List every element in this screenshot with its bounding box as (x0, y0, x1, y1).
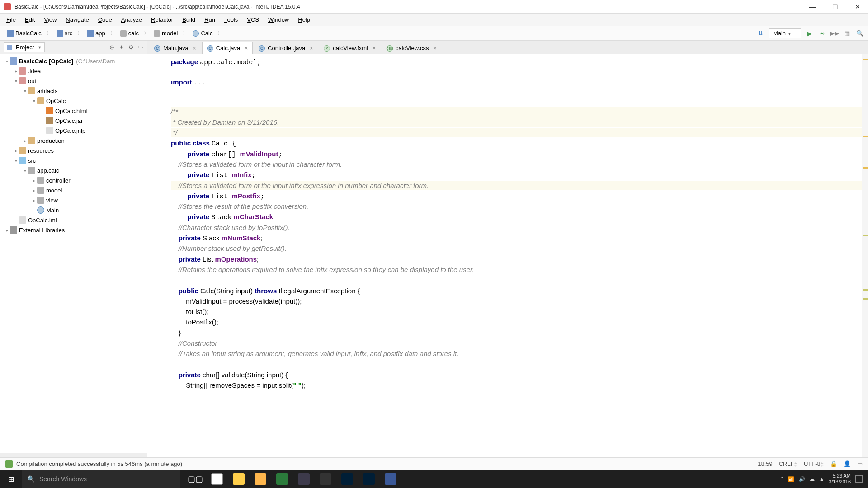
taskbar-app[interactable] (206, 470, 228, 488)
tree-node[interactable]: ▾app.calc (0, 165, 147, 175)
run-config-select[interactable]: Main▼ (769, 28, 801, 38)
tree-label: OpCalc.jar (55, 117, 83, 124)
close-tab-icon[interactable]: × (310, 45, 313, 52)
error-stripe[interactable] (862, 54, 868, 457)
tree-node[interactable]: ▸controller (0, 175, 147, 185)
editor-tab[interactable]: CCalc.java× (202, 42, 253, 54)
taskbar-clock[interactable]: 5:26 AM 3/13/2016 (829, 473, 851, 485)
project-structure-icon[interactable]: ▦ (843, 29, 852, 38)
settings-icon[interactable]: ⚙ (128, 44, 134, 51)
menu-refactor[interactable]: Refactor (146, 14, 178, 25)
update-icon[interactable]: ⇊ (756, 29, 765, 38)
external-libraries[interactable]: ▸ External Libraries (0, 225, 147, 235)
breadcrumb-item[interactable]: app (84, 29, 109, 38)
tree-node[interactable]: ▸production (0, 136, 147, 145)
start-button[interactable]: ⊞ (0, 470, 22, 488)
line-separator[interactable]: CRLF‡ (779, 460, 797, 467)
tree-node[interactable]: ▸.idea (0, 66, 147, 76)
hide-icon[interactable]: ↦ (138, 44, 143, 51)
menu-code[interactable]: Code (94, 14, 117, 25)
search-everywhere-icon[interactable]: 🔍 (855, 29, 864, 38)
wifi-icon[interactable]: 📶 (788, 476, 794, 482)
close-tab-icon[interactable]: × (373, 45, 376, 52)
task-view-button[interactable]: ▢▢ (184, 470, 206, 488)
taskbar-app[interactable] (336, 470, 358, 488)
tree-node[interactable]: OpCalc.html (0, 106, 147, 116)
taskbar-app[interactable] (271, 470, 293, 488)
scrollbar-stub[interactable] (0, 453, 147, 457)
lock-icon[interactable]: 🔒 (830, 460, 837, 467)
breadcrumb-item[interactable]: src (53, 29, 76, 38)
tray-chevron-icon[interactable]: ˄ (781, 476, 783, 482)
volume-icon[interactable]: 🔊 (799, 476, 805, 482)
menu-run[interactable]: Run (200, 14, 220, 25)
tree-root[interactable]: ▾ BasicCalc [OpCalc] (C:\Users\Dam (0, 56, 147, 66)
breadcrumb-item[interactable]: model (150, 29, 181, 38)
coverage-button[interactable]: ▶▶ (830, 29, 839, 38)
taskbar-app[interactable] (380, 470, 401, 488)
tree-node[interactable]: ▾src (0, 155, 147, 165)
app-icon (363, 473, 375, 485)
tree-node[interactable]: OpCalc.iml (0, 215, 147, 225)
tree-node[interactable]: ▾OpCalc (0, 96, 147, 106)
tree-node[interactable]: ▸model (0, 185, 147, 195)
menu-view[interactable]: View (39, 14, 61, 25)
taskbar-app[interactable] (358, 470, 380, 488)
onedrive-icon[interactable]: ▲ (819, 476, 824, 482)
tree-node[interactable]: OpCalc.jar (0, 116, 147, 126)
notifications-icon[interactable] (855, 475, 863, 483)
taskbar-app[interactable] (293, 470, 315, 488)
menu-analyze[interactable]: Analyze (117, 14, 146, 25)
dir-icon (28, 87, 35, 94)
close-tab-icon[interactable]: × (193, 45, 196, 52)
tree-node[interactable]: ▸resources (0, 145, 147, 155)
app-icon (255, 473, 266, 485)
tree-node[interactable]: ▸view (0, 195, 147, 205)
run-button[interactable]: ▶ (805, 29, 814, 38)
collapse-all-icon[interactable]: ⊕ (109, 44, 114, 51)
locate-icon[interactable]: ✦ (119, 44, 124, 51)
editor-tab[interactable]: CController.java× (254, 42, 318, 54)
minimize-button[interactable]: — (806, 2, 819, 11)
file-encoding[interactable]: UTF-8‡ (804, 460, 824, 467)
menu-edit[interactable]: Edit (20, 14, 39, 25)
editor-tab[interactable]: CMain.java× (149, 42, 201, 54)
close-window-button[interactable]: ✕ (851, 2, 864, 11)
hector-icon[interactable]: 👤 (844, 460, 851, 467)
breadcrumb-item[interactable]: calc (117, 29, 142, 38)
project-tree[interactable]: ▾ BasicCalc [OpCalc] (C:\Users\Dam ▸.ide… (0, 54, 147, 453)
taskbar-app[interactable] (228, 470, 250, 488)
menu-help[interactable]: Help (293, 14, 315, 25)
code-editor[interactable]: package app.calc.model; import ... /** *… (147, 54, 868, 457)
statusbar: Compilation completed successfully in 5s… (0, 457, 868, 470)
status-icon[interactable] (5, 460, 13, 468)
editor-tab[interactable]: <calcView.fxml× (319, 42, 381, 54)
memory-icon[interactable]: ▭ (857, 460, 863, 467)
weather-icon[interactable]: ☁ (810, 476, 815, 482)
project-view-select[interactable]: Project▼ (4, 42, 45, 52)
debug-button[interactable]: ☀ (817, 29, 826, 38)
close-tab-icon[interactable]: × (245, 45, 248, 52)
menu-vcs[interactable]: VCS (242, 14, 264, 25)
taskbar-app[interactable] (250, 470, 271, 488)
breadcrumb-item[interactable]: Calc (189, 29, 216, 38)
tree-node[interactable]: ▾out (0, 76, 147, 86)
close-tab-icon[interactable]: × (434, 45, 437, 52)
breadcrumb-item[interactable]: BasicCalc (4, 29, 45, 38)
gutter[interactable] (147, 54, 165, 457)
tree-node[interactable]: ▾artifacts (0, 86, 147, 96)
tree-node[interactable]: OpCalc.jnlp (0, 126, 147, 136)
code-body[interactable]: package app.calc.model; import ... /** *… (165, 54, 862, 457)
menu-file[interactable]: File (2, 14, 20, 25)
taskbar-search[interactable]: 🔍 Search Windows (22, 470, 180, 488)
menu-build[interactable]: Build (178, 14, 200, 25)
menu-tools[interactable]: Tools (220, 14, 242, 25)
system-tray[interactable]: ˄ 📶 🔊 ☁ ▲ 5:26 AM 3/13/2016 (781, 473, 868, 485)
caret-position[interactable]: 18:59 (758, 460, 773, 467)
taskbar-app[interactable] (315, 470, 336, 488)
menu-navigate[interactable]: Navigate (61, 14, 93, 25)
maximize-button[interactable]: ☐ (828, 2, 842, 11)
tree-node[interactable]: Main (0, 205, 147, 215)
menu-window[interactable]: Window (264, 14, 293, 25)
editor-tab[interactable]: csscalcView.css× (382, 42, 441, 54)
